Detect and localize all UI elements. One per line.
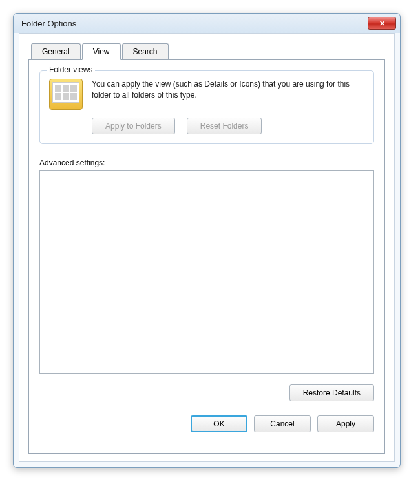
restore-defaults-button[interactable]: Restore Defaults <box>289 384 374 401</box>
tab-general[interactable]: General <box>31 43 81 60</box>
cancel-button[interactable]: Cancel <box>254 415 311 432</box>
window-title: Folder Options <box>21 19 76 28</box>
apply-button[interactable]: Apply <box>317 415 374 432</box>
folder-views-legend: Folder views <box>47 65 95 74</box>
apply-to-folders-button[interactable]: Apply to Folders <box>92 118 175 134</box>
reset-folders-button[interactable]: Reset Folders <box>187 118 262 134</box>
advanced-settings-tree[interactable] <box>39 170 374 374</box>
close-icon: ✕ <box>379 19 385 28</box>
tab-strip: General View Search <box>31 43 385 60</box>
tab-body: Folder views You can apply the view (suc… <box>28 59 385 454</box>
close-button[interactable]: ✕ <box>368 17 396 30</box>
dialog-content: General View Search Folder views You can… <box>19 33 395 462</box>
folder-views-text: You can apply the view (such as Details … <box>92 79 364 101</box>
folder-options-window: Folder Options ✕ General View Search Fol… <box>13 13 401 468</box>
tab-search[interactable]: Search <box>122 43 169 60</box>
ok-button[interactable]: OK <box>191 415 247 432</box>
titlebar: Folder Options ✕ <box>14 14 400 33</box>
dialog-buttons: OK Cancel Apply <box>39 415 374 432</box>
advanced-settings-label: Advanced settings: <box>39 158 374 167</box>
tab-view[interactable]: View <box>82 43 121 60</box>
folder-views-group: Folder views You can apply the view (suc… <box>39 70 374 144</box>
folder-preview-icon <box>49 79 83 110</box>
